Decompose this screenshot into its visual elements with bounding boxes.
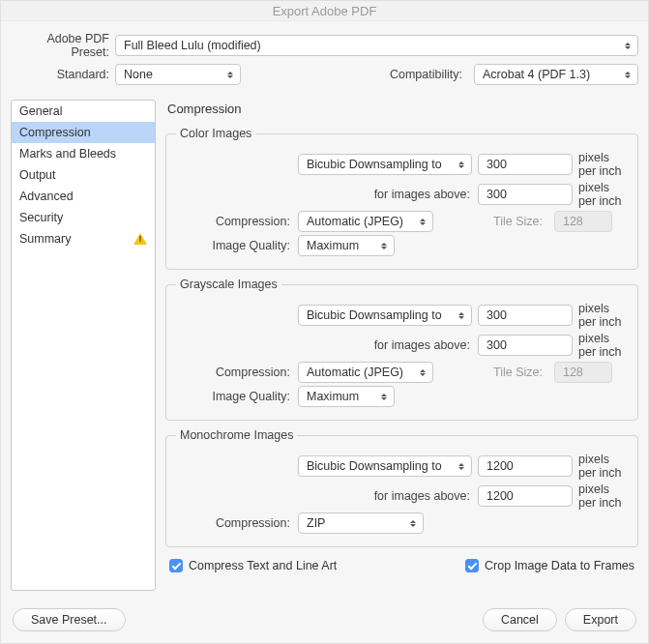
compat-select[interactable]: Acrobat 4 (PDF 1.3): [474, 64, 638, 85]
unit-label: pixels per inch: [578, 181, 628, 208]
checkbox-icon: [169, 559, 183, 572]
gray-compression-select[interactable]: Automatic (JPEG): [298, 362, 433, 383]
mono-compression-select[interactable]: ZIP: [298, 512, 424, 534]
footer: Save Preset... Cancel Export: [1, 600, 648, 643]
chevron-updown-icon: [379, 236, 389, 255]
chevron-updown-icon: [225, 65, 235, 84]
compress-text-checkbox[interactable]: Compress Text and Line Art: [169, 559, 337, 572]
chevron-updown-icon: [457, 306, 466, 325]
sidebar-item-security[interactable]: Security: [12, 207, 155, 228]
sidebar-item-output[interactable]: Output: [12, 164, 155, 186]
save-preset-button[interactable]: Save Preset...: [13, 608, 126, 631]
color-tile-input: [554, 211, 612, 232]
mono-compression-label: Compression:: [176, 516, 292, 530]
gray-compression-label: Compression:: [176, 366, 292, 379]
checkbox-icon: [465, 559, 479, 572]
dialog-title: Export Adobe PDF: [1, 1, 648, 21]
compat-value: Acrobat 4 (PDF 1.3): [483, 68, 590, 81]
color-downsample-select[interactable]: Bicubic Downsampling to: [298, 154, 472, 175]
gray-downsample-select[interactable]: Bicubic Downsampling to: [298, 305, 472, 326]
gray-tile-input: [554, 362, 612, 383]
tile-size-label: Tile Size:: [493, 215, 543, 228]
chevron-updown-icon: [623, 65, 633, 84]
mono-above-label: for images above:: [298, 489, 472, 503]
gray-above-label: for images above:: [298, 338, 472, 352]
header: Adobe PDF Preset: Full Bleed Lulu (modif…: [1, 21, 648, 100]
color-compression-label: Compression:: [176, 215, 292, 228]
unit-label: pixels per inch: [578, 483, 628, 510]
gray-ppi-input[interactable]: [478, 305, 573, 326]
unit-label: pixels per inch: [578, 332, 628, 359]
compat-label: Compatibility:: [390, 68, 468, 81]
color-above-label: for images above:: [298, 188, 472, 201]
chevron-updown-icon: [379, 387, 389, 406]
color-compression-select[interactable]: Automatic (JPEG): [298, 211, 433, 232]
unit-label: pixels per inch: [578, 453, 628, 480]
warning-icon: [133, 233, 147, 245]
sidebar: General Compression Marks and Bleeds Out…: [11, 100, 156, 591]
color-quality-select[interactable]: Maximum: [298, 235, 395, 256]
preset-value: Full Bleed Lulu (modified): [124, 39, 261, 52]
sidebar-item-general[interactable]: General: [12, 101, 155, 122]
mono-ppi-input[interactable]: [478, 455, 573, 477]
color-legend: Color Images: [176, 127, 255, 140]
color-ppi-input[interactable]: [478, 154, 573, 175]
export-pdf-dialog: Export Adobe PDF Adobe PDF Preset: Full …: [0, 0, 649, 644]
gray-quality-label: Image Quality:: [176, 390, 292, 403]
monochrome-images-group: Monochrome Images Bicubic Downsampling t…: [165, 428, 638, 547]
sidebar-item-compression[interactable]: Compression: [12, 122, 155, 143]
chevron-updown-icon: [408, 513, 418, 533]
crop-image-checkbox[interactable]: Crop Image Data to Frames: [465, 559, 634, 572]
tile-size-label: Tile Size:: [493, 366, 543, 379]
color-above-input[interactable]: [478, 184, 573, 205]
standard-label: Standard:: [9, 68, 115, 81]
content: Compression Color Images Bicubic Downsam…: [165, 100, 638, 591]
grayscale-images-group: Grayscale Images Bicubic Downsampling to…: [165, 278, 638, 421]
chevron-updown-icon: [623, 36, 633, 55]
chevron-updown-icon: [418, 212, 428, 231]
chevron-updown-icon: [418, 363, 428, 382]
color-quality-label: Image Quality:: [176, 239, 292, 252]
unit-label: pixels per inch: [578, 302, 628, 329]
unit-label: pixels per inch: [578, 151, 628, 178]
standard-select[interactable]: None: [115, 64, 241, 85]
color-images-group: Color Images Bicubic Downsampling to pix…: [165, 127, 638, 270]
panel-title: Compression: [165, 100, 638, 119]
preset-label: Adobe PDF Preset:: [9, 32, 115, 59]
sidebar-item-marks-bleeds[interactable]: Marks and Bleeds: [12, 143, 155, 164]
cancel-button[interactable]: Cancel: [483, 608, 557, 631]
gray-quality-select[interactable]: Maximum: [298, 386, 395, 407]
chevron-updown-icon: [457, 155, 466, 174]
export-button[interactable]: Export: [565, 608, 636, 631]
chevron-updown-icon: [457, 456, 466, 476]
mono-downsample-select[interactable]: Bicubic Downsampling to: [298, 455, 472, 477]
gray-legend: Grayscale Images: [176, 278, 281, 291]
sidebar-item-advanced[interactable]: Advanced: [12, 186, 155, 207]
standard-value: None: [124, 68, 153, 81]
mono-legend: Monochrome Images: [176, 428, 297, 442]
preset-select[interactable]: Full Bleed Lulu (modified): [115, 35, 638, 56]
gray-above-input[interactable]: [478, 335, 573, 356]
mono-above-input[interactable]: [478, 485, 573, 507]
sidebar-item-summary[interactable]: Summary: [12, 228, 155, 249]
